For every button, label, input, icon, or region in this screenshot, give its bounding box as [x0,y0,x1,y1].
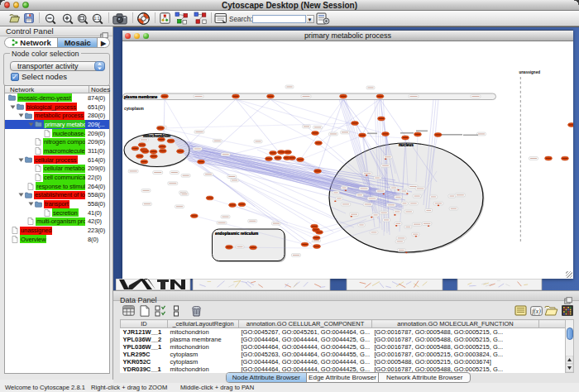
svg-text:nucleus: nucleus [399,142,414,146]
svg-text:unassigned: unassigned [519,69,541,74]
svg-text:plasma membrane: plasma membrane [124,94,158,98]
svg-text:1:1: 1:1 [93,16,100,21]
svg-text:endoplasmic reticulum: endoplasmic reticulum [215,231,258,235]
svg-text:f(x): f(x) [532,307,541,314]
svg-text:mitochondrion: mitochondrion [143,133,171,137]
svg-text:cytoplasm: cytoplasm [124,106,144,110]
